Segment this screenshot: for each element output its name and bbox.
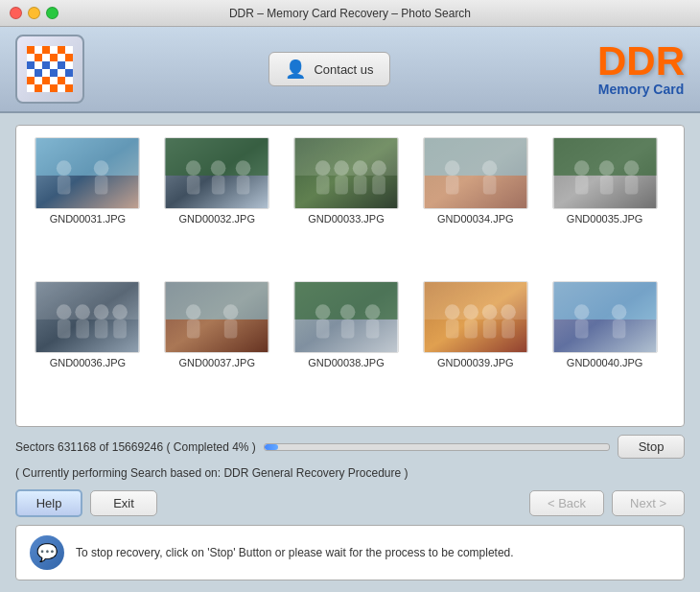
progress-bar-fill	[265, 444, 278, 450]
svg-point-32	[573, 160, 589, 176]
svg-point-70	[501, 304, 516, 320]
svg-rect-29	[483, 176, 497, 194]
svg-rect-43	[77, 319, 90, 337]
svg-rect-53	[224, 319, 238, 337]
svg-rect-65	[446, 319, 459, 337]
help-button[interactable]: Help	[15, 489, 82, 517]
info-icon: 💬	[30, 535, 64, 570]
svg-point-18	[334, 160, 349, 176]
svg-rect-71	[502, 319, 515, 337]
photo-thumbnail[interactable]	[164, 281, 269, 353]
svg-point-60	[365, 304, 381, 320]
svg-rect-17	[316, 176, 330, 194]
svg-rect-21	[354, 176, 367, 194]
svg-rect-67	[464, 319, 478, 337]
svg-rect-59	[341, 319, 355, 337]
photo-thumbnail[interactable]	[423, 281, 528, 353]
photo-thumbnail[interactable]	[293, 281, 399, 353]
svg-rect-57	[316, 319, 330, 337]
photo-filename: GND00035.JPG	[567, 213, 642, 225]
svg-rect-61	[366, 319, 380, 337]
svg-point-36	[623, 160, 639, 176]
photo-filename: GND00038.JPG	[308, 357, 384, 368]
photo-filename: GND00037.JPG	[178, 357, 254, 368]
svg-point-52	[223, 304, 239, 320]
list-item: GND00035.JPG	[545, 137, 665, 272]
svg-point-76	[611, 304, 626, 320]
photo-filename: GND00032.JPG	[178, 213, 254, 225]
svg-rect-37	[624, 176, 638, 194]
maximize-button[interactable]	[46, 7, 58, 19]
photo-thumbnail[interactable]	[293, 137, 399, 209]
svg-point-2	[57, 160, 72, 176]
close-button[interactable]	[10, 7, 22, 19]
contact-icon: 👤	[285, 59, 306, 80]
svg-point-26	[445, 160, 460, 176]
photo-thumbnail[interactable]	[35, 137, 140, 209]
photo-grid-container: GND00031.JPGGND00032.JPGGND00033.JPGGND0…	[15, 125, 685, 427]
svg-point-12	[236, 160, 251, 176]
progress-row: Sectors 631168 of 15669246 ( Completed 4…	[15, 435, 685, 459]
list-item: GND00031.JPG	[28, 137, 148, 272]
app-logo	[15, 35, 84, 104]
progress-bar-container	[264, 443, 610, 451]
svg-rect-69	[483, 319, 497, 337]
svg-point-10	[211, 160, 226, 176]
svg-rect-41	[58, 319, 71, 337]
status-text: ( Currently performing Search based on: …	[15, 464, 685, 482]
svg-rect-9	[187, 176, 200, 194]
info-message: To stop recovery, click on 'Stop' Button…	[76, 546, 514, 559]
svg-point-20	[353, 160, 368, 176]
photo-thumbnail[interactable]	[552, 281, 658, 353]
list-item: GND00033.JPG	[287, 137, 407, 272]
svg-rect-25	[424, 138, 526, 176]
svg-point-34	[598, 160, 614, 176]
svg-point-58	[340, 304, 356, 320]
photo-grid: GND00031.JPGGND00032.JPGGND00033.JPGGND0…	[28, 137, 672, 414]
svg-rect-19	[335, 176, 348, 194]
svg-point-22	[371, 160, 386, 176]
photo-filename: GND00033.JPG	[308, 213, 384, 225]
svg-rect-11	[212, 176, 225, 194]
contact-label: Contact us	[314, 62, 373, 77]
title-bar: DDR – Memory Card Recovery – Photo Searc…	[0, 0, 700, 27]
back-button[interactable]: < Back	[529, 490, 604, 516]
list-item: GND00036.JPG	[28, 281, 148, 415]
list-item: GND00038.JPG	[287, 281, 407, 415]
list-item: GND00039.JPG	[415, 281, 535, 415]
photo-thumbnail[interactable]	[35, 281, 140, 353]
list-item: GND00040.JPG	[545, 281, 665, 415]
svg-point-64	[445, 304, 460, 320]
svg-rect-73	[553, 282, 656, 320]
photo-filename: GND00039.JPG	[437, 357, 513, 368]
svg-rect-33	[574, 176, 588, 194]
brand-subtitle: Memory Card	[597, 82, 685, 97]
window-title: DDR – Memory Card Recovery – Photo Searc…	[229, 7, 471, 20]
svg-point-68	[482, 304, 498, 320]
svg-point-42	[76, 304, 91, 320]
contact-button[interactable]: 👤 Contact us	[268, 52, 389, 86]
svg-rect-27	[446, 176, 459, 194]
progress-area: Sectors 631168 of 15669246 ( Completed 4…	[15, 435, 685, 482]
exit-button[interactable]: Exit	[90, 490, 157, 516]
photo-filename: GND00034.JPG	[437, 213, 513, 225]
photo-thumbnail[interactable]	[552, 137, 658, 209]
svg-point-50	[186, 304, 201, 320]
photo-thumbnail[interactable]	[164, 137, 269, 209]
brand-name: DDR	[597, 41, 685, 82]
svg-point-16	[315, 160, 331, 176]
svg-point-56	[315, 304, 331, 320]
svg-rect-77	[612, 319, 625, 337]
photo-thumbnail[interactable]	[423, 137, 528, 209]
info-box: 💬 To stop recovery, click on 'Stop' Butt…	[15, 525, 685, 580]
svg-point-74	[573, 304, 589, 320]
svg-rect-75	[574, 319, 588, 337]
window-controls	[10, 7, 58, 19]
next-button[interactable]: Next >	[612, 490, 685, 516]
svg-rect-49	[166, 282, 268, 320]
svg-rect-5	[95, 176, 108, 194]
minimize-button[interactable]	[28, 7, 40, 19]
stop-button[interactable]: Stop	[618, 435, 685, 459]
list-item: GND00034.JPG	[415, 137, 535, 272]
svg-rect-35	[599, 176, 613, 194]
